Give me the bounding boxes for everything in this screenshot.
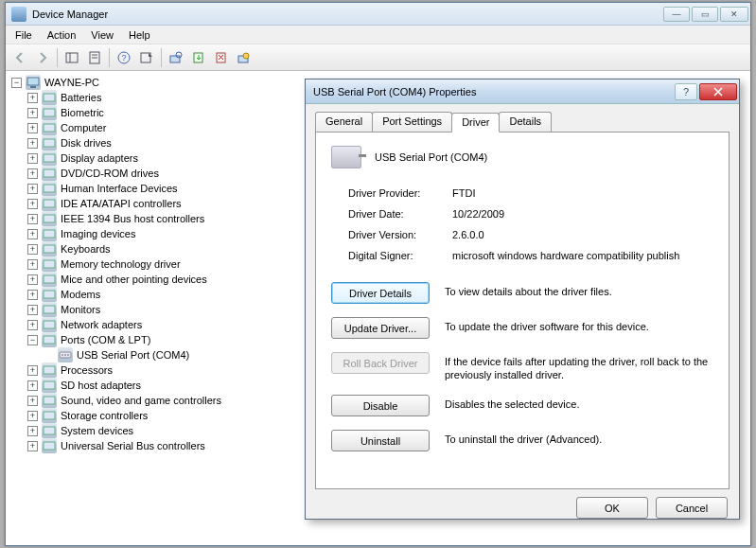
expand-icon[interactable]: + [27, 441, 38, 451]
show-hide-tree-button[interactable] [62, 47, 82, 68]
expand-icon[interactable]: + [27, 365, 38, 376]
svg-rect-37 [44, 366, 55, 374]
device-category-icon [42, 393, 57, 408]
tree-label: IDE ATA/ATAPI controllers [61, 196, 182, 211]
svg-rect-8 [170, 56, 180, 62]
disable-button[interactable] [234, 47, 255, 68]
close-button[interactable]: ✕ [720, 7, 748, 22]
cancel-button[interactable]: Cancel [656, 497, 728, 519]
update-driver-button[interactable]: Update Driver... [331, 317, 430, 339]
properties-dialog: USB Serial Port (COM4) Properties ? Gene… [305, 79, 740, 520]
svg-rect-16 [44, 94, 55, 101]
back-button[interactable] [9, 47, 30, 68]
update-driver-button[interactable] [188, 47, 209, 68]
expand-icon[interactable]: + [27, 138, 38, 149]
svg-rect-0 [66, 53, 78, 62]
provider-value: FTDI [452, 187, 713, 199]
device-category-icon [42, 211, 57, 226]
svg-rect-21 [44, 169, 55, 177]
help-button[interactable]: ? [114, 47, 134, 68]
properties-button[interactable] [84, 47, 105, 68]
tree-label: Disk drives [61, 135, 112, 150]
expand-icon[interactable]: + [27, 123, 38, 133]
tree-label: Ports (COM & LPT) [61, 332, 150, 347]
tree-label: System devices [61, 423, 133, 438]
svg-rect-20 [44, 154, 55, 162]
svg-rect-41 [44, 427, 55, 434]
tree-label: Monitors [61, 302, 100, 317]
tab-panel: USB Serial Port (COM4) Driver Provider: … [315, 132, 730, 489]
svg-rect-32 [44, 336, 55, 344]
device-name: USB Serial Port (COM4) [375, 151, 487, 163]
tree-label: USB Serial Port (COM4) [77, 347, 189, 362]
expand-icon[interactable]: + [27, 380, 38, 391]
expand-icon[interactable]: + [27, 168, 38, 179]
device-category-icon [42, 302, 57, 317]
dialog-help-button[interactable]: ? [675, 83, 697, 100]
tree-label: Storage controllers [61, 408, 148, 423]
toolbar: ? [6, 44, 750, 71]
tree-label: SD host adapters [61, 378, 141, 393]
expand-icon[interactable]: + [27, 320, 38, 330]
svg-rect-18 [44, 124, 55, 132]
collapse-icon[interactable]: − [27, 335, 38, 345]
device-category-icon [42, 378, 57, 393]
expand-icon[interactable]: + [27, 426, 38, 436]
expand-icon[interactable]: + [27, 199, 38, 209]
tree-label: Network adapters [61, 317, 142, 332]
menu-file[interactable]: File [8, 27, 40, 43]
minimize-button[interactable]: — [663, 7, 690, 22]
tree-label: WAYNE-PC [44, 75, 99, 90]
serial-port-icon [331, 146, 361, 168]
expand-icon[interactable]: + [27, 396, 38, 406]
rollback-driver-button: Roll Back Driver [331, 352, 430, 374]
device-category-icon [42, 181, 57, 196]
expand-icon[interactable]: + [27, 305, 38, 315]
tree-label: Display adapters [61, 150, 138, 166]
driver-details-button[interactable]: Driver Details [331, 282, 430, 304]
expand-icon[interactable]: + [27, 153, 38, 164]
dialog-close-button[interactable] [699, 83, 737, 100]
expand-icon[interactable]: + [27, 214, 38, 224]
expand-icon[interactable]: + [27, 259, 38, 270]
svg-rect-42 [44, 442, 55, 450]
ok-button[interactable]: OK [576, 497, 648, 519]
expand-icon[interactable]: + [27, 290, 38, 300]
device-category-icon [42, 150, 57, 166]
device-category-icon [42, 408, 57, 423]
disable-device-button[interactable]: Disable [331, 395, 430, 416]
app-icon [11, 7, 26, 22]
expand-icon[interactable]: + [27, 411, 38, 421]
svg-rect-22 [44, 185, 55, 192]
tree-label: Imaging devices [61, 226, 136, 241]
expand-icon[interactable]: + [27, 229, 38, 239]
svg-point-13 [243, 53, 249, 59]
collapse-icon[interactable]: − [11, 78, 22, 88]
action-button[interactable] [136, 47, 157, 68]
tree-label: IEEE 1394 Bus host controllers [61, 211, 204, 226]
svg-point-35 [64, 354, 66, 356]
expand-icon[interactable]: + [27, 244, 38, 255]
expand-icon[interactable]: + [27, 184, 38, 194]
disable-device-desc: Disables the selected device. [445, 395, 713, 411]
expand-icon[interactable]: + [27, 274, 38, 285]
tab-driver[interactable]: Driver [451, 113, 500, 133]
tree-label: Universal Serial Bus controllers [61, 438, 205, 453]
tab-details[interactable]: Details [499, 112, 552, 132]
svg-rect-29 [44, 291, 55, 298]
menu-action[interactable]: Action [40, 27, 84, 43]
scan-hardware-button[interactable] [166, 47, 186, 68]
forward-button[interactable] [32, 47, 53, 68]
expand-icon[interactable]: + [27, 108, 38, 118]
device-category-icon [42, 438, 57, 453]
maximize-button[interactable]: ▭ [692, 7, 718, 22]
tab-port-settings[interactable]: Port Settings [372, 112, 452, 132]
tab-general[interactable]: General [315, 112, 373, 132]
expand-icon[interactable]: + [27, 93, 38, 103]
tree-label: Modems [61, 287, 100, 302]
menu-view[interactable]: View [83, 27, 121, 43]
menu-help[interactable]: Help [121, 27, 158, 43]
uninstall-driver-button[interactable]: Uninstall [331, 430, 430, 451]
uninstall-button[interactable] [211, 47, 232, 68]
device-category-icon [42, 256, 57, 272]
